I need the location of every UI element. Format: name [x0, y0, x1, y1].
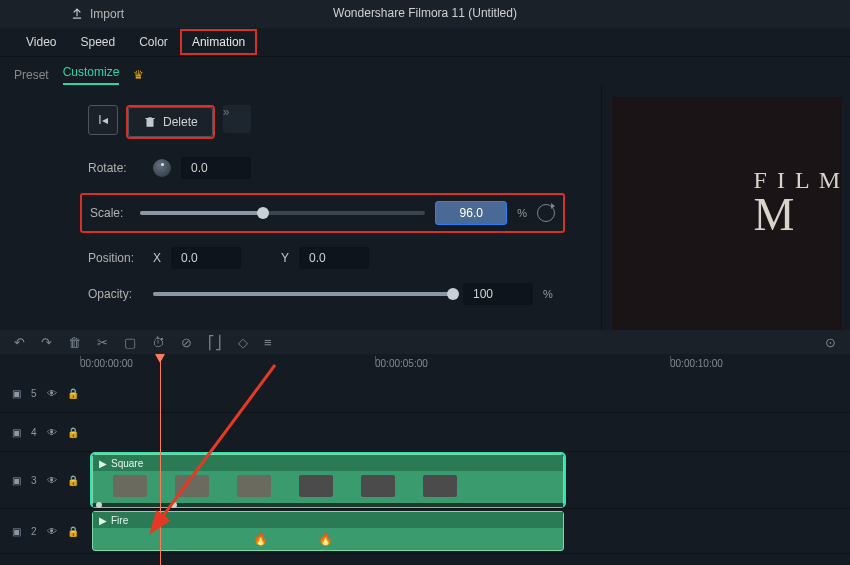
- subtab-customize[interactable]: Customize: [63, 65, 120, 85]
- tab-video[interactable]: Video: [14, 29, 68, 55]
- keyframe-next-button: »: [223, 105, 251, 133]
- scale-label: Scale:: [90, 206, 130, 220]
- clip-thumb: [423, 475, 457, 497]
- tab-animation[interactable]: Animation: [180, 29, 257, 55]
- clip-thumb: [113, 475, 147, 497]
- clip-icon: ▶: [99, 458, 107, 469]
- track-5-icon[interactable]: ▣: [12, 388, 21, 399]
- clip-thumb: [175, 475, 209, 497]
- track-4-icon[interactable]: ▣: [12, 427, 21, 438]
- import-button[interactable]: Import: [70, 7, 124, 21]
- tag-icon[interactable]: ◇: [238, 335, 248, 350]
- subtab-preset[interactable]: Preset: [14, 68, 49, 82]
- lock-icon[interactable]: 🔒: [67, 388, 79, 399]
- clip-square-label: Square: [111, 458, 143, 469]
- window-title: Wondershare Filmora 11 (Untitled): [333, 6, 517, 20]
- crop-icon[interactable]: ▢: [124, 335, 136, 350]
- track-3-label: 3: [31, 475, 37, 486]
- scale-highlight: Scale: %: [80, 193, 565, 233]
- delete-button[interactable]: Delete: [128, 107, 213, 137]
- clip-square[interactable]: ▶Square: [92, 454, 564, 506]
- track-5-label: 5: [31, 388, 37, 399]
- clip-fire-label: Fire: [111, 515, 128, 526]
- timecode-1: 00:00:05:00: [375, 358, 428, 369]
- clip-thumb: [299, 475, 333, 497]
- tab-color[interactable]: Color: [127, 29, 180, 55]
- timecode-2: 00:00:10:00: [670, 358, 723, 369]
- tab-speed[interactable]: Speed: [68, 29, 127, 55]
- lock-icon[interactable]: 🔒: [67, 526, 79, 537]
- import-label: Import: [90, 7, 124, 21]
- playhead[interactable]: [160, 354, 161, 565]
- clip-icon: ▶: [99, 515, 107, 526]
- track-2-label: 2: [31, 526, 37, 537]
- track-3-icon[interactable]: ▣: [12, 475, 21, 486]
- eye-icon[interactable]: 👁: [47, 427, 57, 438]
- x-label: X: [153, 251, 161, 265]
- timecode-0: 00:00:00:00: [80, 358, 133, 369]
- opacity-slider[interactable]: [153, 292, 453, 296]
- rotate-label: Rotate:: [88, 161, 143, 175]
- track-4-label: 4: [31, 427, 37, 438]
- position-label: Position:: [88, 251, 143, 265]
- rotate-knob[interactable]: [153, 159, 171, 177]
- trash-icon: [143, 115, 157, 129]
- mark-icon[interactable]: ⎡⎦: [208, 335, 222, 350]
- clip-thumb: [361, 475, 395, 497]
- rotate-input[interactable]: [181, 157, 251, 179]
- speed-icon[interactable]: ⏱: [152, 335, 165, 350]
- delete-highlight: Delete: [126, 105, 215, 139]
- preview-text-2: M: [754, 194, 842, 235]
- track-2-icon[interactable]: ▣: [12, 526, 21, 537]
- premium-icon: ♛: [133, 68, 144, 82]
- scale-input[interactable]: [435, 201, 507, 225]
- scale-slider[interactable]: [140, 211, 425, 215]
- y-label: Y: [281, 251, 289, 265]
- preview-window: F I L M M: [612, 97, 842, 347]
- x-input[interactable]: [171, 247, 241, 269]
- opacity-input[interactable]: [463, 283, 533, 305]
- redo-icon[interactable]: ↷: [41, 335, 52, 350]
- eye-icon[interactable]: 👁: [47, 475, 57, 486]
- delete-icon[interactable]: 🗑: [68, 335, 81, 350]
- opacity-label: Opacity:: [88, 287, 143, 301]
- opacity-unit: %: [543, 288, 553, 300]
- link-icon[interactable]: ⊘: [181, 335, 192, 350]
- fire-icon: 🔥: [253, 532, 268, 546]
- y-input[interactable]: [299, 247, 369, 269]
- clip-thumb: [237, 475, 271, 497]
- import-icon: [70, 7, 84, 21]
- menu-icon[interactable]: ≡: [264, 335, 272, 350]
- keyframe-start-button[interactable]: I◂: [88, 105, 118, 135]
- clip-fire[interactable]: ▶Fire 🔥 🔥: [92, 511, 564, 551]
- scale-unit: %: [517, 207, 527, 219]
- eye-icon[interactable]: 👁: [47, 388, 57, 399]
- cut-icon[interactable]: ✂: [97, 335, 108, 350]
- delete-label: Delete: [163, 115, 198, 129]
- eye-icon[interactable]: 👁: [47, 526, 57, 537]
- settings-icon[interactable]: ⊙: [825, 335, 836, 350]
- lock-icon[interactable]: 🔒: [67, 427, 79, 438]
- fire-icon: 🔥: [318, 532, 333, 546]
- lock-icon[interactable]: 🔒: [67, 475, 79, 486]
- scale-reset-icon[interactable]: [537, 204, 555, 222]
- keyframe-bar[interactable]: [93, 503, 563, 507]
- undo-icon[interactable]: ↶: [14, 335, 25, 350]
